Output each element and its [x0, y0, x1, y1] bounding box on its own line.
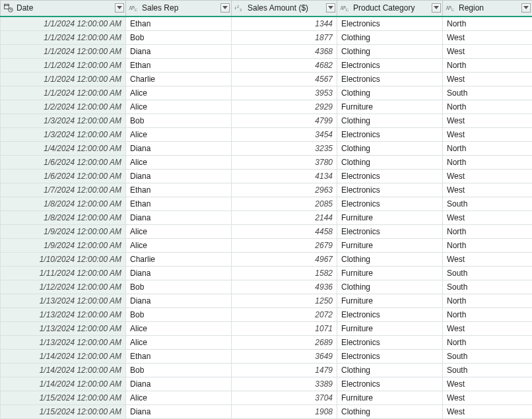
table-row[interactable]: 1/8/2024 12:00:00 AMEthan2085Electronics…: [1, 197, 533, 210]
cell-cat[interactable]: Electronics: [337, 349, 443, 363]
column-filter-button[interactable]: [521, 3, 531, 13]
cell-rep[interactable]: Charlie: [126, 252, 232, 266]
table-row[interactable]: 1/1/2024 12:00:00 AMEthan1344Electronics…: [1, 16, 533, 31]
cell-region[interactable]: West: [443, 72, 533, 86]
table-row[interactable]: 1/7/2024 12:00:00 AMEthan2963Electronics…: [1, 183, 533, 197]
table-row[interactable]: 1/13/2024 12:00:00 AMAlice1071FurnitureW…: [1, 321, 533, 335]
cell-amount[interactable]: 1071: [232, 321, 337, 335]
cell-rep[interactable]: Diana: [126, 141, 232, 155]
cell-region[interactable]: South: [443, 363, 533, 377]
table-row[interactable]: 1/13/2024 12:00:00 AMAlice2689Electronic…: [1, 335, 533, 349]
cell-amount[interactable]: 3389: [232, 377, 337, 391]
table-row[interactable]: 1/12/2024 12:00:00 AMBob4936ClothingSout…: [1, 280, 533, 294]
column-filter-button[interactable]: [220, 3, 230, 13]
cell-amount[interactable]: 4967: [232, 252, 337, 266]
cell-rep[interactable]: Charlie: [126, 72, 232, 86]
column-filter-button[interactable]: [115, 3, 124, 13]
cell-region[interactable]: West: [443, 44, 533, 58]
cell-amount[interactable]: 4134: [232, 169, 337, 183]
cell-region[interactable]: West: [443, 210, 533, 224]
cell-rep[interactable]: Diana: [126, 266, 232, 280]
cell-region[interactable]: West: [443, 30, 533, 44]
cell-rep[interactable]: Alice: [126, 238, 232, 252]
cell-date[interactable]: 1/1/2024 12:00:00 AM: [1, 44, 126, 58]
cell-region[interactable]: West: [443, 321, 533, 335]
cell-region[interactable]: North: [443, 155, 533, 169]
cell-region[interactable]: West: [443, 377, 533, 391]
cell-region[interactable]: North: [443, 100, 533, 113]
cell-cat[interactable]: Clothing: [337, 30, 443, 44]
cell-date[interactable]: 1/13/2024 12:00:00 AM: [1, 294, 126, 307]
cell-cat[interactable]: Clothing: [337, 280, 443, 294]
cell-cat[interactable]: Electronics: [337, 307, 443, 321]
table-row[interactable]: 1/11/2024 12:00:00 AMDiana1582FurnitureS…: [1, 266, 533, 280]
cell-cat[interactable]: Clothing: [337, 363, 443, 377]
cell-region[interactable]: West: [443, 404, 533, 418]
column-header-region[interactable]: A B C Region: [443, 1, 533, 16]
cell-amount[interactable]: 2679: [232, 238, 337, 252]
cell-rep[interactable]: Alice: [126, 86, 232, 100]
cell-amount[interactable]: 4567: [232, 72, 337, 86]
cell-cat[interactable]: Clothing: [337, 155, 443, 169]
cell-date[interactable]: 1/2/2024 12:00:00 AM: [1, 100, 126, 113]
cell-date[interactable]: 1/6/2024 12:00:00 AM: [1, 155, 126, 169]
table-row[interactable]: 1/15/2024 12:00:00 AMDiana1908ClothingWe…: [1, 404, 533, 418]
cell-cat[interactable]: Furniture: [337, 238, 443, 252]
cell-date[interactable]: 1/14/2024 12:00:00 AM: [1, 377, 126, 391]
cell-date[interactable]: 1/14/2024 12:00:00 AM: [1, 349, 126, 363]
table-row[interactable]: 1/3/2024 12:00:00 AMAlice3454Electronics…: [1, 127, 533, 141]
cell-cat[interactable]: Furniture: [337, 391, 443, 404]
table-row[interactable]: 1/2/2024 12:00:00 AMAlice2929FurnitureNo…: [1, 100, 533, 113]
cell-date[interactable]: 1/13/2024 12:00:00 AM: [1, 307, 126, 321]
cell-date[interactable]: 1/13/2024 12:00:00 AM: [1, 335, 126, 349]
cell-rep[interactable]: Diana: [126, 210, 232, 224]
cell-amount[interactable]: 3780: [232, 155, 337, 169]
cell-rep[interactable]: Alice: [126, 155, 232, 169]
cell-amount[interactable]: 1908: [232, 404, 337, 418]
column-header-product-category[interactable]: A B C Product Category: [337, 1, 443, 16]
table-row[interactable]: 1/1/2024 12:00:00 AMCharlie4567Electroni…: [1, 72, 533, 86]
column-header-sales-amount[interactable]: 1 2 3 Sales Amount ($): [232, 1, 337, 16]
cell-amount[interactable]: 2144: [232, 210, 337, 224]
cell-region[interactable]: West: [443, 113, 533, 127]
cell-cat[interactable]: Electronics: [337, 127, 443, 141]
cell-amount[interactable]: 3649: [232, 349, 337, 363]
cell-cat[interactable]: Electronics: [337, 16, 443, 31]
cell-rep[interactable]: Alice: [126, 224, 232, 238]
table-row[interactable]: 1/14/2024 12:00:00 AMDiana3389Electronic…: [1, 377, 533, 391]
cell-region[interactable]: South: [443, 280, 533, 294]
cell-date[interactable]: 1/15/2024 12:00:00 AM: [1, 391, 126, 404]
cell-date[interactable]: 1/12/2024 12:00:00 AM: [1, 280, 126, 294]
table-row[interactable]: 1/9/2024 12:00:00 AMAlice4458Electronics…: [1, 224, 533, 238]
cell-amount[interactable]: 3953: [232, 86, 337, 100]
cell-amount[interactable]: 2072: [232, 307, 337, 321]
cell-cat[interactable]: Electronics: [337, 335, 443, 349]
cell-region[interactable]: North: [443, 294, 533, 307]
cell-region[interactable]: West: [443, 169, 533, 183]
cell-cat[interactable]: Electronics: [337, 224, 443, 238]
cell-rep[interactable]: Bob: [126, 307, 232, 321]
cell-region[interactable]: North: [443, 224, 533, 238]
table-row[interactable]: 1/10/2024 12:00:00 AMCharlie4967Clothing…: [1, 252, 533, 266]
cell-date[interactable]: 1/11/2024 12:00:00 AM: [1, 266, 126, 280]
cell-region[interactable]: North: [443, 335, 533, 349]
cell-region[interactable]: South: [443, 197, 533, 210]
cell-region[interactable]: North: [443, 58, 533, 72]
column-header-date[interactable]: Date: [1, 1, 126, 16]
cell-date[interactable]: 1/15/2024 12:00:00 AM: [1, 404, 126, 418]
table-row[interactable]: 1/1/2024 12:00:00 AMEthan4682Electronics…: [1, 58, 533, 72]
cell-rep[interactable]: Alice: [126, 391, 232, 404]
cell-cat[interactable]: Furniture: [337, 100, 443, 113]
cell-rep[interactable]: Ethan: [126, 16, 232, 31]
cell-cat[interactable]: Furniture: [337, 294, 443, 307]
cell-rep[interactable]: Bob: [126, 30, 232, 44]
cell-cat[interactable]: Electronics: [337, 169, 443, 183]
cell-cat[interactable]: Furniture: [337, 266, 443, 280]
cell-amount[interactable]: 3704: [232, 391, 337, 404]
cell-date[interactable]: 1/1/2024 12:00:00 AM: [1, 30, 126, 44]
cell-amount[interactable]: 1479: [232, 363, 337, 377]
cell-amount[interactable]: 2929: [232, 100, 337, 113]
table-row[interactable]: 1/3/2024 12:00:00 AMBob4799ClothingWest: [1, 113, 533, 127]
table-row[interactable]: 1/8/2024 12:00:00 AMDiana2144FurnitureWe…: [1, 210, 533, 224]
column-header-sales-rep[interactable]: A B C Sales Rep: [126, 1, 232, 16]
